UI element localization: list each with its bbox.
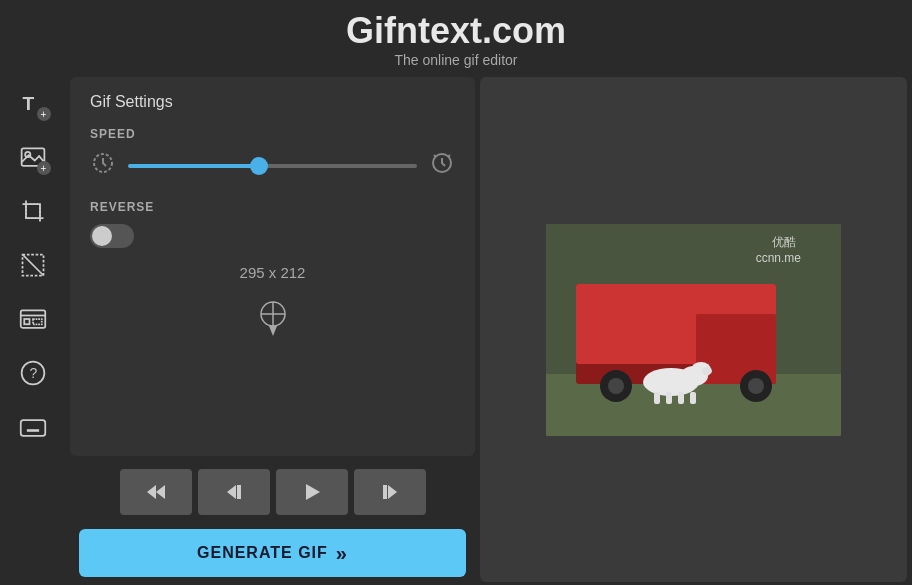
gif-preview-image: 优酷 ccnn.me	[546, 224, 841, 436]
reverse-section: REVERSE	[90, 200, 455, 248]
dimensions-display: 295 x 212	[90, 264, 455, 281]
svg-line-5	[22, 255, 43, 276]
toolbar-add-text[interactable]: T +	[7, 77, 59, 129]
toggle-knob	[92, 226, 112, 246]
svg-text:T: T	[22, 93, 34, 114]
fast-speed-icon	[429, 151, 455, 180]
svg-rect-51	[690, 392, 696, 404]
generate-chevrons: »	[336, 542, 348, 565]
reverse-toggle[interactable]	[90, 224, 134, 248]
toolbar-add-image[interactable]: +	[7, 131, 59, 183]
toolbar-keyboard[interactable]	[7, 401, 59, 453]
svg-rect-3	[26, 204, 40, 218]
svg-marker-33	[388, 485, 397, 499]
main-layout: T + +	[0, 72, 912, 585]
svg-rect-12	[20, 420, 45, 436]
prev-frame-button[interactable]	[198, 469, 270, 515]
speed-label: SPEED	[90, 127, 455, 141]
center-panel: Gif Settings SPEED	[65, 72, 480, 585]
generate-gif-button[interactable]: GENERATE GIF »	[79, 529, 466, 577]
watermark1: 优酷	[772, 235, 796, 249]
left-toolbar: T + +	[0, 72, 65, 585]
generate-area: GENERATE GIF »	[65, 523, 480, 585]
play-button[interactable]	[276, 469, 348, 515]
rewind-button[interactable]	[120, 469, 192, 515]
svg-rect-31	[237, 485, 241, 499]
cursor-area	[90, 293, 455, 343]
app-title: Gifntext.com	[0, 10, 912, 52]
reverse-label: REVERSE	[90, 200, 455, 214]
next-frame-button[interactable]	[354, 469, 426, 515]
gif-scene-svg: 优酷 ccnn.me	[546, 224, 841, 436]
toolbar-crop[interactable]	[7, 185, 59, 237]
svg-point-43	[748, 378, 764, 394]
svg-point-41	[608, 378, 624, 394]
gif-settings-panel: Gif Settings SPEED	[70, 77, 475, 456]
svg-line-23	[434, 155, 436, 157]
svg-marker-30	[227, 485, 236, 499]
svg-rect-8	[24, 319, 29, 324]
svg-marker-29	[156, 485, 165, 499]
generate-gif-label: GENERATE GIF	[197, 544, 328, 562]
svg-marker-32	[306, 484, 320, 500]
gif-preview-panel: 优酷 ccnn.me	[480, 77, 907, 582]
app-header: Gifntext.com The online gif editor	[0, 0, 912, 72]
cursor-icon	[257, 298, 289, 338]
add-text-plus: +	[37, 107, 51, 121]
add-image-plus: +	[37, 161, 51, 175]
speed-control	[90, 151, 455, 180]
svg-point-47	[702, 367, 712, 375]
svg-rect-9	[33, 319, 42, 324]
svg-rect-50	[678, 392, 684, 404]
watermark2: ccnn.me	[756, 251, 802, 265]
svg-line-22	[448, 155, 450, 157]
speed-slider[interactable]	[128, 164, 417, 168]
toolbar-cut[interactable]	[7, 239, 59, 291]
svg-rect-34	[383, 485, 387, 499]
slow-speed-icon	[90, 151, 116, 180]
svg-rect-48	[654, 392, 660, 404]
svg-marker-28	[147, 485, 156, 499]
playback-controls	[65, 461, 480, 523]
toolbar-gif-image[interactable]	[7, 293, 59, 345]
toolbar-help[interactable]: ?	[7, 347, 59, 399]
app-subtitle: The online gif editor	[0, 52, 912, 68]
reverse-toggle-container	[90, 224, 455, 248]
svg-text:?: ?	[29, 365, 37, 381]
svg-rect-49	[666, 392, 672, 404]
svg-marker-27	[269, 326, 277, 336]
settings-title: Gif Settings	[90, 93, 455, 111]
